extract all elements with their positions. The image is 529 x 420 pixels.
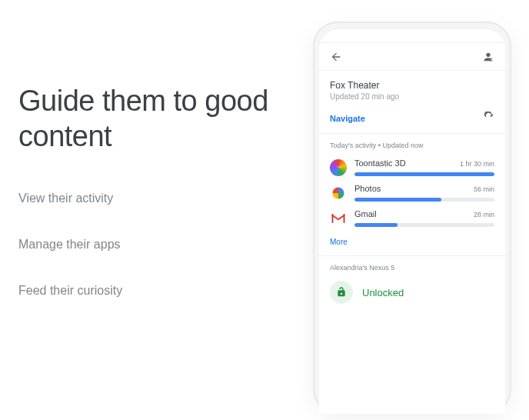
- phone-frame: Fox Theater Updated 20 min ago Navigate …: [313, 22, 511, 414]
- usage-bar: [354, 198, 494, 202]
- back-icon[interactable]: [330, 51, 342, 63]
- status-bar: [319, 29, 505, 43]
- profile-settings-icon[interactable]: [482, 51, 494, 63]
- location-subtitle: Updated 20 min ago: [330, 92, 494, 101]
- location-card: Fox Theater Updated 20 min ago Navigate: [319, 71, 505, 134]
- app-time: 1 hr 30 min: [460, 160, 494, 168]
- usage-bar: [354, 172, 494, 176]
- app-row-photos[interactable]: Photos 56 min: [319, 179, 505, 205]
- usage-bar-fill: [354, 172, 494, 176]
- app-time: 56 min: [474, 185, 494, 193]
- location-title: Fox Theater: [330, 80, 494, 91]
- usage-bar-fill: [354, 198, 441, 202]
- app-row-toontastic[interactable]: Toontastic 3D 1 hr 30 min: [319, 154, 505, 179]
- app-name: Toontastic 3D: [354, 158, 406, 168]
- device-status-label: Unlocked: [362, 287, 404, 298]
- navigate-link[interactable]: Navigate: [330, 114, 365, 123]
- activity-card: Today's activity • Updated now Toontasti…: [319, 134, 505, 256]
- usage-bar: [354, 223, 494, 227]
- unlocked-icon: [330, 281, 353, 304]
- refresh-icon[interactable]: [484, 112, 494, 125]
- device-card: Alexandria's Nexus 5 Unlocked: [319, 256, 505, 315]
- app-row-gmail[interactable]: Gmail 28 min: [319, 205, 505, 230]
- device-header: Alexandria's Nexus 5: [319, 256, 505, 278]
- app-topbar: [319, 43, 505, 71]
- phone-screen: Fox Theater Updated 20 min ago Navigate …: [319, 29, 505, 414]
- app-name: Gmail: [354, 209, 377, 218]
- usage-bar-fill: [354, 223, 398, 227]
- app-name: Photos: [354, 184, 381, 193]
- toontastic-icon: [330, 159, 347, 176]
- photos-icon: [330, 185, 347, 202]
- menu-manage-apps[interactable]: Manage their apps: [18, 238, 280, 252]
- app-time: 28 min: [474, 211, 494, 218]
- gmail-icon: [330, 210, 347, 227]
- more-link[interactable]: More: [319, 230, 505, 256]
- menu-view-activity[interactable]: View their activity: [18, 192, 280, 205]
- menu-feed-curiosity[interactable]: Feed their curiosity: [18, 284, 280, 298]
- activity-header: Today's activity • Updated now: [319, 134, 505, 154]
- device-status-row[interactable]: Unlocked: [319, 278, 505, 315]
- page-headline: Guide them to good content: [18, 83, 280, 155]
